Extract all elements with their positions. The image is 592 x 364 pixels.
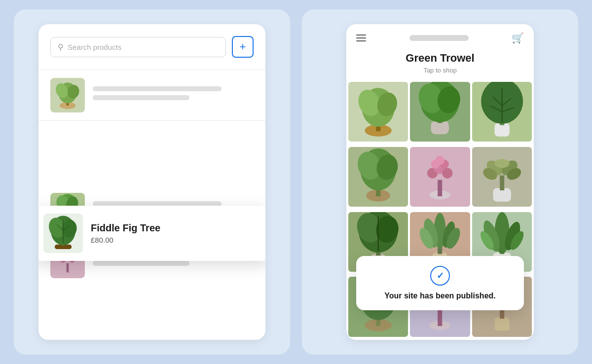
search-row: ⚲ Search products + (50, 36, 254, 58)
floating-product-price: £80.00 (91, 236, 260, 244)
header-bar (409, 35, 469, 41)
grid-plant-2 (410, 82, 470, 142)
product-thumbnail (50, 78, 85, 112)
grid-plant-5 (410, 147, 470, 207)
search-box[interactable]: ⚲ Search products (50, 37, 226, 57)
svg-point-56 (436, 156, 444, 165)
svg-rect-19 (67, 263, 69, 273)
grid-plant-3 (472, 82, 532, 142)
svg-rect-97 (494, 317, 509, 330)
search-placeholder: Search products (68, 43, 121, 51)
grid-plant-6 (472, 147, 532, 207)
store-title-section: Green Trowel Tap to shop (346, 48, 534, 82)
floating-product-info: Fiddle Fig Tree £80.00 (91, 222, 260, 244)
product-row (50, 70, 254, 120)
grid-item-6[interactable] (472, 147, 532, 207)
admin-card: ⚲ Search products + (38, 24, 265, 340)
hamburger-line-1 (356, 35, 366, 36)
right-panel: 🛒 Green Trowel Tap to shop (302, 9, 578, 355)
svg-point-61 (494, 159, 509, 168)
check-mark: ✓ (437, 270, 444, 281)
placeholder-name (93, 86, 222, 91)
floating-thumbnail (43, 214, 83, 253)
grid-plant-1 (348, 82, 408, 142)
divider-2 (38, 120, 265, 121)
placeholder-price (93, 95, 189, 100)
svg-rect-58 (500, 175, 504, 190)
published-text: Your site has been published. (368, 291, 512, 300)
hamburger-line-2 (356, 37, 366, 38)
left-panel: ⚲ Search products + (14, 9, 290, 355)
svg-point-53 (443, 168, 453, 178)
cart-icon[interactable]: 🛒 (512, 32, 524, 44)
published-banner: ✓ Your site has been published. (356, 256, 524, 310)
mobile-preview: 🛒 Green Trowel Tap to shop (346, 24, 534, 340)
add-product-button[interactable]: + (232, 36, 254, 58)
grid-item-1[interactable] (348, 82, 408, 142)
plant-image (50, 78, 85, 112)
check-circle: ✓ (430, 266, 450, 286)
grid-item-3[interactable] (472, 82, 532, 142)
floating-product-name: Fiddle Fig Tree (91, 222, 260, 234)
hamburger-line-3 (356, 40, 366, 41)
grid-item-4[interactable] (348, 147, 408, 207)
fiddle-fig-image (43, 214, 83, 253)
search-icon: ⚲ (58, 42, 64, 52)
svg-rect-90 (438, 310, 442, 326)
grid-plant-4 (348, 147, 408, 207)
hamburger-icon[interactable] (356, 35, 366, 41)
grid-item-2[interactable] (410, 82, 470, 142)
floating-product-card: Fiddle Fig Tree £80.00 (38, 206, 265, 261)
placeholder-price-3 (93, 261, 189, 266)
store-tagline: Tap to shop (356, 67, 524, 74)
grid-item-5[interactable] (410, 147, 470, 207)
product-info (93, 86, 254, 104)
svg-rect-50 (438, 180, 442, 196)
mobile-header: 🛒 (346, 24, 534, 48)
store-name: Green Trowel (356, 52, 524, 65)
